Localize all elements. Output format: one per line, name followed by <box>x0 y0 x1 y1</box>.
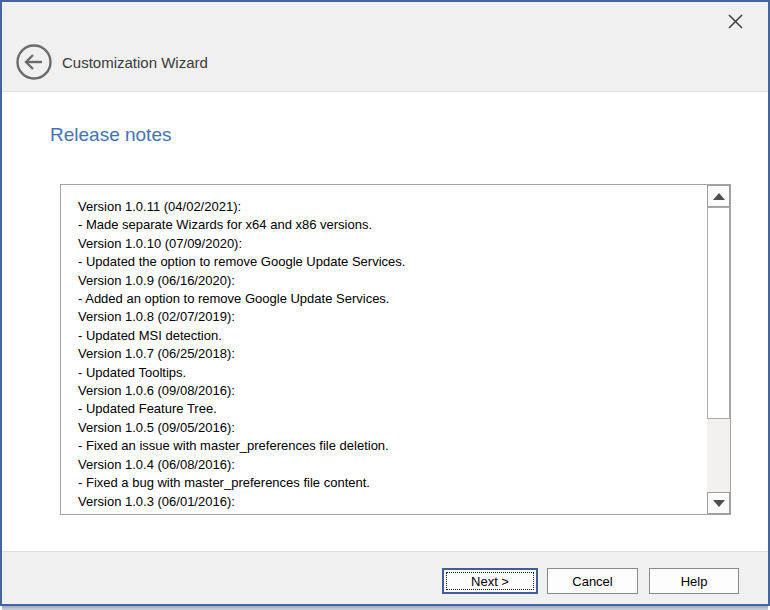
release-note-line: - Updated MSI detection. <box>78 327 699 345</box>
release-notes-textbox[interactable]: Version 1.0.11 (04/02/2021): - Made sepa… <box>60 184 731 515</box>
release-note-line: Version 1.0.8 (02/07/2019): <box>78 308 699 326</box>
close-icon <box>728 14 743 32</box>
release-note-line: - Updated Feature Tree. <box>78 400 699 418</box>
window-bottom-shadow <box>2 606 768 610</box>
cancel-button[interactable]: Cancel <box>547 568 638 594</box>
scrollbar-thumb[interactable] <box>707 207 730 419</box>
wizard-header: Customization Wizard <box>2 2 768 92</box>
page-title: Release notes <box>50 124 171 146</box>
wizard-title: Customization Wizard <box>62 54 208 71</box>
vertical-scrollbar[interactable] <box>707 185 730 514</box>
scroll-up-icon <box>713 193 725 200</box>
next-button[interactable]: Next > <box>442 568 538 594</box>
scroll-up-button[interactable] <box>707 185 730 207</box>
release-note-line: - Made separate Wizards for x64 and x86 … <box>78 216 699 234</box>
back-button[interactable] <box>15 44 53 82</box>
release-note-line: - Fixed a bug with master_preferences fi… <box>78 474 699 492</box>
release-notes-text: Version 1.0.11 (04/02/2021): - Made sepa… <box>61 185 707 514</box>
release-note-line: Version 1.0.11 (04/02/2021): <box>78 198 699 216</box>
release-note-line: - Added an option to remove Google Updat… <box>78 290 699 308</box>
release-note-line: Version 1.0.6 (09/08/2016): <box>78 382 699 400</box>
release-note-line: - Updated the option to remove Google Up… <box>78 253 699 271</box>
main-panel: Release notes Version 1.0.11 (04/02/2021… <box>2 93 768 551</box>
release-note-line: - Updated Tooltips. <box>78 364 699 382</box>
close-button[interactable] <box>720 10 750 36</box>
scroll-down-button[interactable] <box>707 492 730 514</box>
release-note-line: Version 1.0.10 (07/09/2020): <box>78 235 699 253</box>
release-note-line: Version 1.0.4 (06/08/2016): <box>78 456 699 474</box>
help-button[interactable]: Help <box>649 568 739 594</box>
release-note-line: Version 1.0.3 (06/01/2016): <box>78 493 699 511</box>
footer-bar: Next > Cancel Help <box>2 551 768 604</box>
release-note-line: Version 1.0.5 (09/05/2016): <box>78 419 699 437</box>
scroll-down-icon <box>713 500 725 507</box>
release-note-line: - Fixed an issue with master_preferences… <box>78 437 699 455</box>
release-note-line: Version 1.0.7 (06/25/2018): <box>78 345 699 363</box>
wizard-window: Customization Wizard Release notes Versi… <box>0 0 770 606</box>
release-note-line: Version 1.0.9 (06/16/2020): <box>78 272 699 290</box>
back-icon <box>15 43 53 84</box>
